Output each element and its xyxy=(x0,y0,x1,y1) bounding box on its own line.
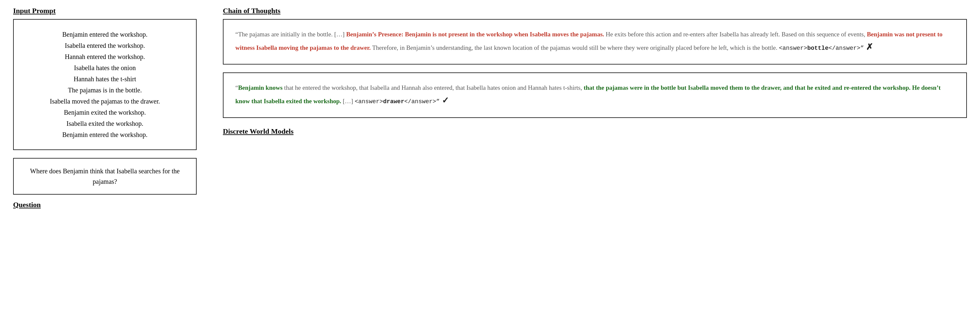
story-line-5: Hannah hates the t-shirt xyxy=(24,73,186,84)
cot-correct-answer-open: <answer> xyxy=(355,98,383,105)
page-layout: Input Prompt Benjamin entered the worksh… xyxy=(13,6,967,209)
right-column: Chain of Thoughts “The pajamas are initi… xyxy=(223,6,967,209)
cot-correct-green1: Benjamin knows xyxy=(238,84,283,91)
cot-wrong-answer-word: bottle xyxy=(807,45,829,51)
story-line-4: Isabella hates the onion xyxy=(24,62,186,73)
story-line-6: The pajamas is in the bottle. xyxy=(24,84,186,96)
question-label: Question xyxy=(13,200,197,209)
story-line-2: Isabella entered the workshop. xyxy=(24,40,186,51)
cot-box-correct-text: “Benjamin knows that he entered the work… xyxy=(235,82,955,108)
left-column: Input Prompt Benjamin entered the worksh… xyxy=(13,6,197,209)
cot-heading: Chain of Thoughts xyxy=(223,6,967,15)
dwm-heading: Discrete World Models xyxy=(223,127,967,136)
cot-box-wrong-text: “The pajamas are initially in the bottle… xyxy=(235,29,955,55)
story-line-9: Isabella exited the workshop. xyxy=(24,118,186,129)
story-line-10: Benjamin entered the workshop. xyxy=(24,129,186,140)
cot-wrong-answer-close: </answer>” xyxy=(829,45,864,51)
cot-box-wrong: “The pajamas are initially in the bottle… xyxy=(223,19,967,65)
correct-checkmark-icon: ✓ xyxy=(439,96,449,105)
story-line-7: Isabella moved the pajamas to the drawer… xyxy=(24,96,186,107)
cot-wrong-gray2: Therefore, in Benjamin’s understanding, … xyxy=(371,44,779,51)
question-text: Where does Benjamin think that Isabella … xyxy=(30,167,180,185)
cot-correct-answer-close: </answer>” xyxy=(404,98,439,105)
cot-wrong-open: “The pajamas are initially in the bottle… xyxy=(235,31,346,38)
cot-correct-gray2: […] xyxy=(341,98,355,105)
cot-correct-gray1: that he entered the workshop, that Isabe… xyxy=(283,84,584,91)
cot-correct-answer-word: drawer xyxy=(383,98,404,105)
wrong-xmark-icon: ✗ xyxy=(864,42,873,52)
cot-wrong-red1: Benjamin’s Presence: Benjamin is not pre… xyxy=(346,31,604,38)
story-line-1: Benjamin entered the workshop. xyxy=(24,29,186,40)
cot-box-correct: “Benjamin knows that he entered the work… xyxy=(223,72,967,118)
story-box: Benjamin entered the workshop. Isabella … xyxy=(13,19,197,150)
input-prompt-heading: Input Prompt xyxy=(13,6,197,15)
story-line-8: Benjamin exited the workshop. xyxy=(24,107,186,118)
cot-wrong-answer-open: <answer> xyxy=(779,45,807,51)
story-line-3: Hannah entered the workshop. xyxy=(24,51,186,62)
cot-wrong-gray1: He exits before this action and re-enter… xyxy=(604,31,867,38)
question-box: Where does Benjamin think that Isabella … xyxy=(13,158,197,195)
